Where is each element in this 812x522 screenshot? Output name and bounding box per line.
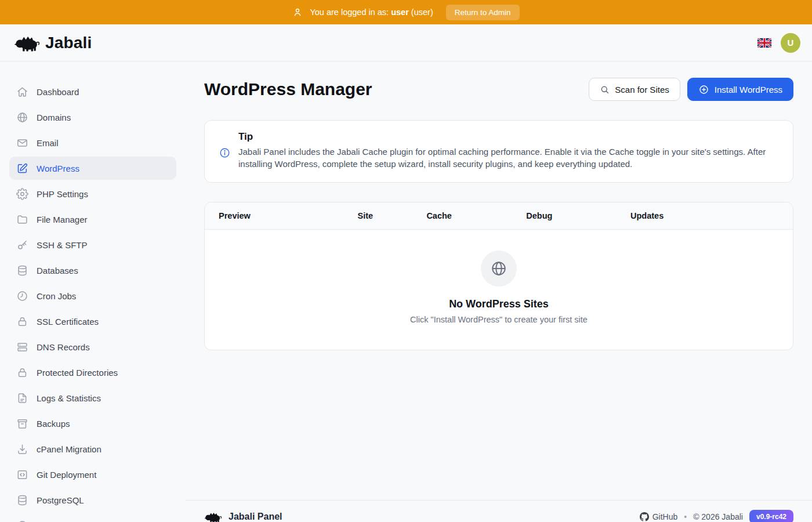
app-header: Jabali U xyxy=(0,24,812,61)
sidebar-item-label: SSL Certificates xyxy=(37,317,99,327)
github-link[interactable]: GitHub xyxy=(640,512,678,521)
gear-icon xyxy=(16,188,28,200)
sidebar-item-git-deployment[interactable]: Git Deployment xyxy=(9,463,176,486)
footer-copyright: © 2026 Jabali xyxy=(693,512,743,521)
sidebar-item-cron-jobs[interactable]: Cron Jobs xyxy=(9,284,176,307)
sidebar-item-logs-statistics[interactable]: Logs & Statistics xyxy=(9,386,176,409)
wordpress-manager-page: WordPress Manager Scan for Sites Install… xyxy=(186,61,812,500)
sidebar-item-label: File Manager xyxy=(37,215,88,224)
sidebar-item-label: Protected Directories xyxy=(37,368,118,378)
column-header-cache: Cache xyxy=(426,211,526,220)
logged-in-text: You are logged in as: user (user) xyxy=(310,8,433,17)
page-title: WordPress Manager xyxy=(204,79,372,99)
brand-logo[interactable]: Jabali xyxy=(14,34,92,52)
home-icon xyxy=(16,86,28,98)
sidebar-item-protected-directories[interactable]: Protected Directories xyxy=(9,361,176,384)
sidebar-item-php-settings[interactable]: PHP Settings xyxy=(9,182,176,205)
download-icon xyxy=(16,443,28,455)
sidebar-item-label: cPanel Migration xyxy=(37,444,102,454)
sidebar-item-ssl-certificates[interactable]: SSL Certificates xyxy=(9,310,176,333)
globe-icon xyxy=(481,251,517,287)
table-header-row: Preview Site Cache Debug Updates xyxy=(205,202,793,230)
user-icon xyxy=(292,7,303,17)
database-icon xyxy=(16,494,28,506)
sidebar-item-email[interactable]: Email xyxy=(9,131,176,154)
sidebar-item-label: Dashboard xyxy=(37,87,79,97)
circle-icon xyxy=(16,520,28,522)
sidebar-item-label: Cron Jobs xyxy=(37,291,76,301)
user-avatar[interactable]: U xyxy=(781,33,800,53)
sidebar-item-wordpress[interactable]: WordPress xyxy=(9,157,176,180)
info-icon xyxy=(219,147,231,159)
document-icon xyxy=(16,392,28,404)
database-icon xyxy=(16,264,28,277)
sidebar-item-label: DNS Records xyxy=(37,342,90,352)
sidebar-item-dashboard[interactable]: Dashboard xyxy=(9,80,176,103)
plus-circle-icon xyxy=(698,84,709,95)
sidebar-item-databases[interactable]: Databases xyxy=(9,259,176,282)
boar-logo-icon xyxy=(14,34,39,52)
tip-title: Tip xyxy=(238,131,779,143)
key-icon xyxy=(16,239,28,251)
tip-body: Jabali Panel includes the Jabali Cache p… xyxy=(238,146,779,171)
column-header-site: Site xyxy=(358,211,427,220)
server-icon xyxy=(16,341,28,353)
sidebar-item-postgresql[interactable]: PostgreSQL xyxy=(9,488,176,512)
sidebar-item-domains[interactable]: Domains xyxy=(9,106,176,129)
sites-table: Preview Site Cache Debug Updates No Word… xyxy=(204,202,793,350)
github-icon xyxy=(640,512,649,521)
code-icon xyxy=(16,469,28,481)
column-header-preview: Preview xyxy=(219,211,358,220)
lock-icon xyxy=(16,367,28,379)
sidebar-item-cpanel-migration[interactable]: cPanel Migration xyxy=(9,437,176,461)
edit-icon xyxy=(16,162,28,175)
globe-icon xyxy=(16,111,28,124)
return-to-admin-button[interactable]: Return to Admin xyxy=(446,5,520,20)
search-icon xyxy=(600,85,610,95)
empty-state-subtitle: Click "Install WordPress" to create your… xyxy=(410,315,588,324)
lock-icon xyxy=(16,316,28,328)
tip-card: Tip Jabali Panel includes the Jabali Cac… xyxy=(204,120,793,183)
sidebar-item-dns-records[interactable]: DNS Records xyxy=(9,335,176,358)
logged-in-username: user xyxy=(391,8,409,17)
logged-in-role: (user) xyxy=(411,8,433,17)
footer-separator: • xyxy=(684,512,687,521)
sidebar-item-label: Backups xyxy=(37,419,70,429)
sidebar-item-label: WordPress xyxy=(37,164,79,173)
sidebar-item-label: PHP Settings xyxy=(37,189,88,199)
sidebar-item-label: SSH & SFTP xyxy=(37,240,88,250)
brand-name: Jabali xyxy=(45,34,92,52)
sidebar-item-label: Databases xyxy=(37,266,78,276)
sidebar-item-label: Domains xyxy=(37,113,71,122)
sidebar-item-label: Logs & Statistics xyxy=(37,393,101,403)
empty-state: No WordPress Sites Click "Install WordPr… xyxy=(205,230,793,350)
version-badge: v0.9-rc42 xyxy=(749,510,793,522)
mail-icon xyxy=(16,137,28,149)
sidebar-item-file-manager[interactable]: File Manager xyxy=(9,208,176,231)
install-wordpress-button[interactable]: Install WordPress xyxy=(687,78,793,101)
clock-icon xyxy=(16,290,28,302)
sidebar-item-ssh-sftp[interactable]: SSH & SFTP xyxy=(9,233,176,256)
column-header-updates: Updates xyxy=(630,211,779,220)
scan-for-sites-button[interactable]: Scan for Sites xyxy=(589,78,680,101)
boar-logo-icon xyxy=(204,511,222,522)
sidebar-nav: Dashboard Domains Email WordPress PHP Se… xyxy=(0,61,186,522)
footer-brand: Jabali Panel xyxy=(204,511,282,522)
footer-brand-name: Jabali Panel xyxy=(229,512,282,522)
archive-icon xyxy=(16,418,28,430)
sidebar-item-label: PostgreSQL xyxy=(37,495,84,505)
sidebar-item-backups[interactable]: Backups xyxy=(9,412,176,435)
sidebar-item-label: Git Deployment xyxy=(37,470,96,480)
app-footer: Jabali Panel GitHub • © 2026 Jabali v0.9… xyxy=(186,500,812,522)
folder-icon xyxy=(16,213,28,226)
sidebar-item-label: Email xyxy=(37,138,59,148)
impersonation-banner: You are logged in as: user (user) Return… xyxy=(0,0,812,24)
column-header-debug: Debug xyxy=(526,211,630,220)
sidebar-item-partial[interactable] xyxy=(9,514,176,522)
uk-flag-icon[interactable] xyxy=(757,38,771,48)
empty-state-title: No WordPress Sites xyxy=(449,298,549,310)
